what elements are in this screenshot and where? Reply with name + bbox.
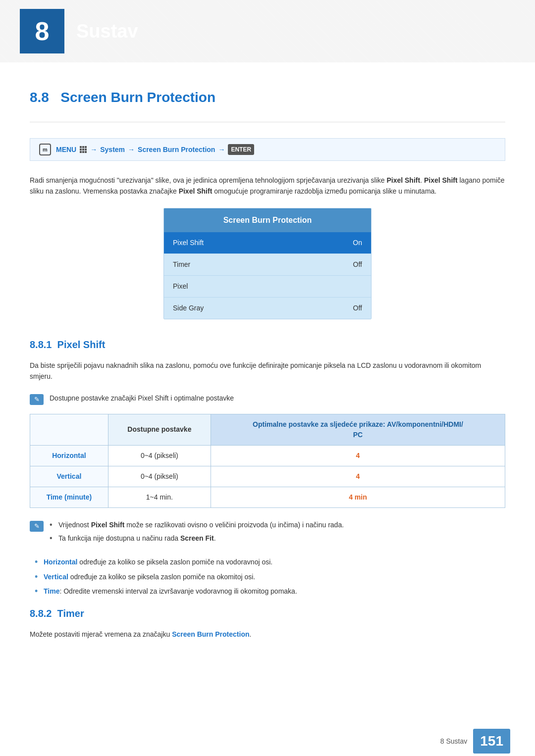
menu-path: m MENU → System → Screen Burn Protection… bbox=[30, 138, 505, 161]
page-number: 151 bbox=[473, 729, 510, 754]
svg-rect-3 bbox=[80, 149, 82, 151]
subsection-882-title: 8.8.2 Timer bbox=[30, 606, 505, 621]
table-row-time: Time (minute) 1~4 min. 4 min bbox=[30, 487, 505, 507]
menu-grid-icon bbox=[79, 146, 87, 153]
note-icon-2 bbox=[30, 521, 44, 532]
menu-row-side-gray-label: Side Gray bbox=[173, 303, 204, 313]
menu-arrow-1: → bbox=[90, 145, 97, 155]
table-header-empty bbox=[30, 414, 108, 445]
table-cell-vertical-available: 0~4 (pikseli) bbox=[108, 466, 211, 487]
menu-arrow-2: → bbox=[128, 145, 135, 155]
menu-row-timer-label: Timer bbox=[173, 259, 190, 270]
table-cell-horizontal-label: Horizontal bbox=[30, 445, 108, 466]
subsection-881-title: 8.8.1 Pixel Shift bbox=[30, 337, 505, 352]
table-header-optimal: Optimalne postavke za sljedeće prikaze: … bbox=[211, 414, 505, 445]
svg-rect-7 bbox=[82, 151, 84, 153]
table-cell-horizontal-available: 0~4 (pikseli) bbox=[108, 445, 211, 466]
screen-burn-protection-menu: Screen Burn Protection Pixel Shift On Ti… bbox=[163, 208, 372, 319]
menu-row-pixel-shift-label: Pixel Shift bbox=[173, 238, 204, 248]
section-title: 8.8 Screen Burn Protection bbox=[30, 90, 215, 109]
table-cell-horizontal-optimal: 4 bbox=[211, 445, 505, 466]
pixel-shift-table: Dostupne postavke Optimalne postavke za … bbox=[30, 414, 505, 508]
menu-row-timer-value: Off bbox=[353, 259, 362, 270]
menu-step2: Screen Burn Protection bbox=[138, 145, 215, 155]
note-with-bullets: Vrijednost Pixel Shift može se razlikova… bbox=[30, 520, 505, 547]
section-number: 8.8 bbox=[30, 90, 49, 105]
menu-row-pixel-label: Pixel bbox=[173, 281, 188, 292]
svg-rect-5 bbox=[85, 149, 87, 151]
bullet-horizontal: Horizontal određuje za koliko se piksela… bbox=[35, 557, 505, 568]
table-cell-time-label: Time (minute) bbox=[30, 487, 108, 507]
svg-rect-8 bbox=[85, 151, 87, 153]
main-content: 8.8 Screen Burn Protection m MENU → Syst… bbox=[0, 62, 535, 756]
bullet-vertical: Vertical određuje za koliko se piksela z… bbox=[35, 572, 505, 583]
main-bullet-list: Horizontal određuje za koliko se piksela… bbox=[30, 557, 505, 597]
table-cell-time-optimal: 4 min bbox=[211, 487, 505, 507]
timer-description: Možete postaviti mjerač vremena za znača… bbox=[30, 629, 505, 640]
svg-rect-2 bbox=[85, 146, 87, 148]
note-block-table: Dostupne postavke značajki Pixel Shift i… bbox=[30, 393, 505, 405]
menu-row-timer[interactable]: Timer Off bbox=[164, 254, 371, 276]
menu-row-side-gray[interactable]: Side Gray Off bbox=[164, 298, 371, 319]
note-bullet-2: Ta funkcija nije dostupna u načinu rada … bbox=[50, 533, 344, 544]
footer-label: 8 Sustav bbox=[440, 736, 467, 747]
table-header-available: Dostupne postavke bbox=[108, 414, 211, 445]
menu-row-pixel-shift[interactable]: Pixel Shift On bbox=[164, 232, 371, 254]
menu-row-pixel[interactable]: Pixel bbox=[164, 276, 371, 298]
note-text: Dostupne postavke značajki Pixel Shift i… bbox=[50, 393, 234, 403]
section-divider bbox=[30, 122, 505, 122]
note-bullet-list: Vrijednost Pixel Shift može se razlikova… bbox=[50, 520, 344, 547]
note-bullet-1: Vrijednost Pixel Shift može se razlikova… bbox=[50, 520, 344, 531]
section-title-text: Screen Burn Protection bbox=[60, 90, 215, 105]
table-cell-vertical-label: Vertical bbox=[30, 466, 108, 487]
chapter-header: 8 Sustav bbox=[0, 0, 535, 62]
table-cell-vertical-optimal: 4 bbox=[211, 466, 505, 487]
pixel-shift-description: Da biste spriječili pojavu naknadnih sli… bbox=[30, 360, 505, 382]
menu-icon: m bbox=[39, 144, 51, 155]
svg-rect-1 bbox=[82, 146, 84, 148]
menu-label: MENU bbox=[56, 145, 76, 155]
chapter-number: 8 bbox=[20, 9, 64, 53]
menu-arrow-3: → bbox=[218, 145, 225, 155]
chapter-title: Sustav bbox=[76, 17, 138, 46]
table-row-vertical: Vertical 0~4 (pikseli) 4 bbox=[30, 466, 505, 487]
table-cell-time-available: 1~4 min. bbox=[108, 487, 211, 507]
menu-step1: System bbox=[100, 145, 125, 155]
svg-rect-0 bbox=[80, 146, 82, 148]
svg-rect-4 bbox=[82, 149, 84, 151]
ui-box-title: Screen Burn Protection bbox=[164, 208, 371, 232]
note-icon-1 bbox=[30, 394, 44, 405]
footer: 8 Sustav 151 bbox=[440, 729, 510, 754]
svg-rect-6 bbox=[80, 151, 82, 153]
enter-btn: ENTER bbox=[228, 144, 254, 155]
table-row-horizontal: Horizontal 0~4 (pikseli) 4 bbox=[30, 445, 505, 466]
menu-row-side-gray-value: Off bbox=[353, 303, 362, 313]
bullet-time: Time: Odredite vremenski interval za izv… bbox=[35, 586, 505, 597]
intro-text: Radi smanjenja mogućnosti "urezivanja" s… bbox=[30, 175, 505, 197]
menu-row-pixel-shift-value: On bbox=[353, 238, 362, 248]
